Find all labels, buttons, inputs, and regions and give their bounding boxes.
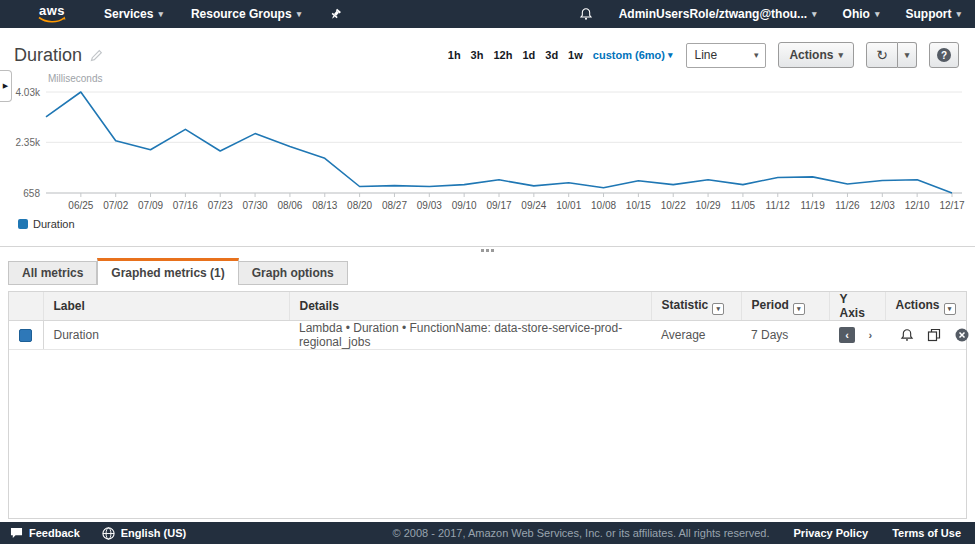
pin-shortcut-button[interactable] <box>329 8 342 21</box>
tab-graphed-metrics[interactable]: Graphed metrics (1) <box>97 258 238 285</box>
range-3d[interactable]: 3d <box>545 49 558 61</box>
range-3h[interactable]: 3h <box>471 49 484 61</box>
aws-logo-text: aws <box>39 5 65 16</box>
aws-logo[interactable]: aws <box>38 5 66 23</box>
metric-visibility-checkbox[interactable] <box>19 329 32 342</box>
feedback-button[interactable]: Feedback <box>10 527 80 539</box>
flyout-arrow-icon: ▶ <box>3 82 8 90</box>
row-actions-cell <box>885 321 966 350</box>
help-button[interactable]: ? <box>929 42 959 68</box>
header-checkbox-cell <box>9 292 43 321</box>
chevron-down-icon: ▾ <box>875 9 880 19</box>
tab-graph-options[interactable]: Graph options <box>239 261 348 285</box>
actions-filter-icon[interactable]: ▾ <box>944 303 956 315</box>
svg-text:08/20: 08/20 <box>347 200 372 211</box>
nav-resource-groups[interactable]: Resource Groups ▾ <box>191 7 301 21</box>
svg-text:09/10: 09/10 <box>452 200 477 211</box>
period-filter-icon[interactable]: ▾ <box>793 303 805 315</box>
svg-text:12/03: 12/03 <box>870 200 895 211</box>
svg-text:09/17: 09/17 <box>486 200 511 211</box>
chevron-down-icon: ▾ <box>812 9 817 19</box>
chevron-down-icon: ▾ <box>956 9 961 19</box>
chevron-down-icon: ▾ <box>158 9 163 19</box>
range-1d[interactable]: 1d <box>522 49 535 61</box>
help-icon: ? <box>937 48 951 62</box>
top-navbar: aws Services ▾ Resource Groups ▾ <box>0 0 975 28</box>
refresh-button[interactable]: ↻ <box>866 42 898 68</box>
range-1w[interactable]: 1w <box>568 49 583 61</box>
yaxis-right-button[interactable]: › <box>862 327 878 343</box>
table-header-row: Label Details Statistic▾ Period▾ Y Axis … <box>9 292 966 321</box>
col-yaxis-text: Y Axis <box>840 292 865 320</box>
svg-text:12/10: 12/10 <box>905 200 930 211</box>
yaxis-left-button[interactable]: ‹ <box>839 327 855 343</box>
svg-text:08/27: 08/27 <box>382 200 407 211</box>
tab-graph-options-label: Graph options <box>252 266 334 280</box>
feedback-label: Feedback <box>29 527 80 539</box>
actions-button[interactable]: Actions ▾ <box>778 42 854 68</box>
col-details-text: Details <box>300 299 339 313</box>
terms-of-use-link[interactable]: Terms of Use <box>892 527 961 539</box>
range-12h[interactable]: 12h <box>493 49 512 61</box>
metric-chart-area: 4.03k2.35k658Milliseconds06/2507/0207/09… <box>0 70 975 232</box>
row-details-cell: Lambda • Duration • FunctionName: data-s… <box>289 321 651 350</box>
col-statistic-text: Statistic <box>662 298 709 312</box>
actions-button-label: Actions <box>789 48 833 62</box>
svg-text:07/30: 07/30 <box>243 200 268 211</box>
legend-swatch[interactable] <box>18 219 28 229</box>
row-statistic-cell[interactable]: Average <box>651 321 741 350</box>
graph-header: Duration 1h 3h 12h 1d 3d 1w custom (6mo)… <box>0 28 975 70</box>
svg-text:658: 658 <box>23 188 40 199</box>
privacy-policy-link[interactable]: Privacy Policy <box>794 527 869 539</box>
page-title: Duration <box>14 45 82 66</box>
duplicate-icon[interactable] <box>927 328 941 342</box>
svg-text:07/23: 07/23 <box>208 200 233 211</box>
range-custom[interactable]: custom (6mo) ▾ <box>593 49 673 61</box>
copyright-text: © 2008 - 2017, Amazon Web Services, Inc.… <box>393 527 770 539</box>
svg-text:11/05: 11/05 <box>731 200 756 211</box>
edit-title-icon[interactable] <box>90 49 103 62</box>
svg-text:07/16: 07/16 <box>173 200 198 211</box>
duration-chart[interactable]: 4.03k2.35k658Milliseconds06/2507/0207/09… <box>0 70 975 212</box>
col-period: Period▾ <box>741 292 829 321</box>
refresh-icon: ↻ <box>876 47 888 63</box>
col-period-text: Period <box>752 298 789 312</box>
svg-text:11/12: 11/12 <box>766 200 791 211</box>
sidebar-expand-handle[interactable]: ▶ <box>0 70 12 102</box>
nav-services[interactable]: Services ▾ <box>104 7 163 21</box>
aws-smile-icon <box>38 16 66 23</box>
chevron-down-icon: ▾ <box>754 50 759 60</box>
time-range-selector: 1h 3h 12h 1d 3d 1w custom (6mo) ▾ <box>448 49 673 61</box>
col-label-text: Label <box>54 299 85 313</box>
metrics-tabs: All metrics Graphed metrics (1) Graph op… <box>8 258 967 285</box>
nav-account-menu[interactable]: AdminUsersRole/ztwang@thou... ▾ <box>619 7 817 21</box>
account-name: AdminUsersRole/ztwang@thou... <box>619 7 807 21</box>
tab-all-metrics[interactable]: All metrics <box>8 261 97 285</box>
svg-text:Milliseconds: Milliseconds <box>48 73 102 84</box>
col-label: Label <box>43 292 289 321</box>
row-period-cell[interactable]: 7 Days <box>741 321 829 350</box>
drag-dots-icon <box>481 249 494 252</box>
console-footer: Feedback English (US) © 2008 - 2017, Ama… <box>0 522 975 544</box>
refresh-options-button[interactable]: ▾ <box>898 42 917 68</box>
chevron-down-icon: ▾ <box>297 9 302 19</box>
bell-icon <box>579 7 593 21</box>
panel-resize-handle[interactable] <box>0 246 975 256</box>
row-label-cell[interactable]: Duration <box>43 321 289 350</box>
svg-text:10/29: 10/29 <box>696 200 721 211</box>
nav-support-menu[interactable]: Support ▾ <box>905 7 961 21</box>
col-actions: Actions▾ <box>885 292 966 321</box>
language-selector[interactable]: English (US) <box>102 527 186 540</box>
region-name: Ohio <box>843 7 870 21</box>
svg-text:10/15: 10/15 <box>626 200 651 211</box>
range-1h[interactable]: 1h <box>448 49 461 61</box>
chart-type-select[interactable]: Line ▾ <box>686 43 766 68</box>
range-custom-label: custom (6mo) <box>593 49 665 61</box>
create-alarm-icon[interactable] <box>900 328 914 342</box>
notifications-button[interactable] <box>579 7 593 21</box>
nav-region-menu[interactable]: Ohio ▾ <box>843 7 880 21</box>
statistic-filter-icon[interactable]: ▾ <box>712 303 724 315</box>
legend-label[interactable]: Duration <box>33 218 75 230</box>
svg-text:11/19: 11/19 <box>800 200 825 211</box>
remove-metric-icon[interactable] <box>955 328 969 342</box>
